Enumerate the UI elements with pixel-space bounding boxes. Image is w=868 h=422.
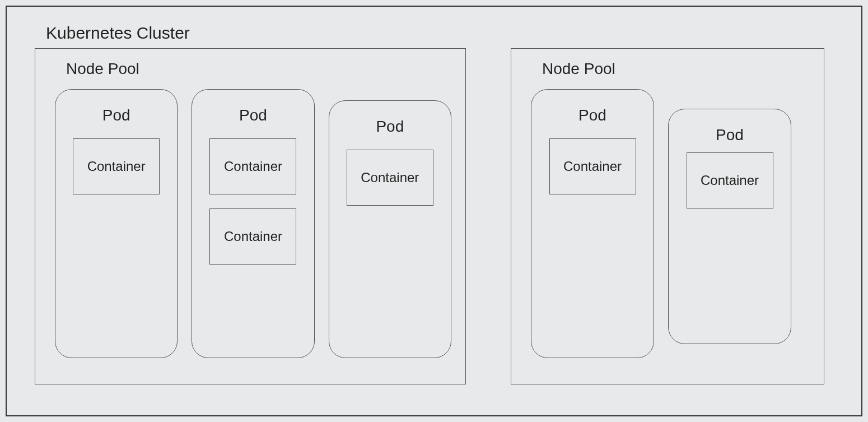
container-2-2-1: Container bbox=[687, 152, 773, 208]
node-pools-row: Node Pool Pod Container Pod Container Co… bbox=[35, 48, 833, 384]
node-pool-1-title: Node Pool bbox=[66, 60, 451, 78]
pod-1-2-title: Pod bbox=[239, 106, 267, 124]
node-pool-1-pods: Pod Container Pod Container Container Po bbox=[49, 89, 451, 358]
container-1-2-2-label: Container bbox=[224, 229, 282, 244]
container-1-2-1-label: Container bbox=[224, 159, 282, 174]
cluster-title: Kubernetes Cluster bbox=[46, 24, 833, 43]
pod-1-1: Pod Container bbox=[55, 89, 178, 358]
node-pool-2-title: Node Pool bbox=[542, 60, 810, 78]
node-pool-2: Node Pool Pod Container Pod Container bbox=[511, 48, 824, 384]
pod-1-3: Pod Container bbox=[329, 100, 451, 358]
container-1-1-1-label: Container bbox=[87, 159, 146, 174]
container-1-3-1-label: Container bbox=[361, 170, 419, 186]
container-2-1-1-label: Container bbox=[563, 159, 622, 174]
pod-1-1-title: Pod bbox=[102, 106, 130, 124]
container-1-2-2: Container bbox=[209, 208, 296, 265]
kubernetes-cluster: Kubernetes Cluster Node Pool Pod Contain… bbox=[6, 6, 862, 416]
container-1-2-1: Container bbox=[209, 138, 296, 194]
pod-2-1: Pod Container bbox=[531, 89, 654, 358]
pod-1-2: Pod Container Container bbox=[192, 89, 314, 358]
container-2-1-1: Container bbox=[549, 138, 636, 194]
node-pool-1: Node Pool Pod Container Pod Container Co… bbox=[35, 48, 466, 384]
container-1-3-1: Container bbox=[347, 150, 433, 206]
node-pool-2-pods: Pod Container Pod Container bbox=[525, 89, 810, 358]
pod-2-2-title: Pod bbox=[716, 126, 744, 144]
pod-2-1-title: Pod bbox=[578, 106, 606, 124]
container-1-1-1: Container bbox=[73, 138, 160, 194]
pod-1-3-title: Pod bbox=[376, 118, 404, 136]
pod-2-2: Pod Container bbox=[668, 109, 791, 344]
container-2-2-1-label: Container bbox=[701, 173, 759, 188]
